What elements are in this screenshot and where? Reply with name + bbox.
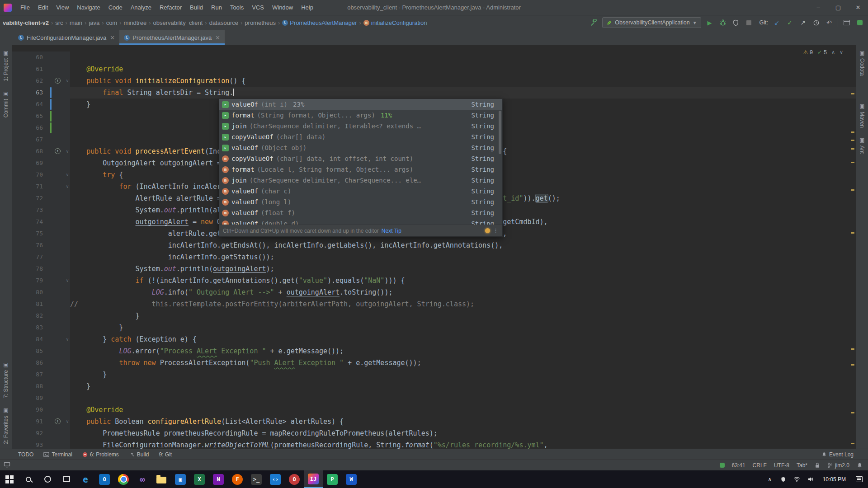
setup-wrench-icon[interactable] — [589, 18, 598, 27]
indent-widget[interactable]: Tab* — [797, 462, 807, 469]
completion-item-valueof-0[interactable]: ▸valueOf(int i)23%String — [219, 99, 502, 110]
hide-windows-icon[interactable] — [842, 18, 851, 27]
tool-button-event-log[interactable]: Event Log — [821, 451, 854, 458]
completion-item-valueof-11[interactable]: mvalueOf(double d)String — [219, 218, 502, 225]
tool-button-terminal[interactable]: Terminal — [43, 451, 72, 458]
warning-stripe-mark[interactable] — [851, 412, 854, 413]
tool-window-button-1-project[interactable]: ▣1: Project — [3, 45, 9, 86]
taskbar-app-file-explorer-icon[interactable] — [152, 470, 171, 488]
completion-item-format-1[interactable]: ▸format(String format, Object... args)11… — [219, 110, 502, 121]
breadcrumb-item-mindtree[interactable]: mindtree — [124, 19, 147, 26]
coverage-button[interactable] — [731, 18, 741, 27]
warning-stripe-mark[interactable] — [851, 148, 854, 150]
action-center-icon[interactable] — [856, 476, 863, 482]
taskbar-app-word-icon[interactable]: W — [342, 470, 361, 488]
codota-status-icon[interactable] — [720, 463, 725, 468]
tool-button-9-git[interactable]: 9: Git — [159, 451, 172, 458]
warning-stripe-mark[interactable] — [851, 189, 854, 191]
error-stripe[interactable] — [849, 45, 856, 449]
network-wifi-icon[interactable] — [791, 476, 803, 482]
search-icon[interactable] — [19, 470, 38, 488]
task-view-icon[interactable] — [57, 470, 76, 488]
breadcrumb-item-vability-client-v2[interactable]: vability-client-v2 — [3, 19, 49, 26]
warning-stripe-mark[interactable] — [851, 232, 854, 234]
tab-prometheusalertmanager-java[interactable]: CPrometheusAlertManager.java✕ — [119, 30, 225, 45]
next-tip-link[interactable]: Next Tip — [382, 228, 401, 234]
tool-window-switcher-icon[interactable] — [4, 461, 10, 469]
menu-item-analyze[interactable]: Analyze — [127, 0, 156, 15]
caret-position-widget[interactable]: 63:41 — [732, 462, 745, 469]
tool-window-button-2-favorites[interactable]: ▣2: Favorites — [3, 403, 9, 449]
popup-scrollbar-thumb[interactable] — [499, 111, 501, 154]
rollback-button[interactable]: ↶ — [825, 18, 834, 27]
completion-item-valueof-8[interactable]: mvalueOf(char c)String — [219, 186, 502, 197]
tool-window-button-commit[interactable]: ▣Commit — [3, 86, 9, 122]
menu-item-file[interactable]: File — [16, 0, 34, 15]
git-branch-widget[interactable]: jim2.0 — [827, 462, 849, 469]
warning-stripe-mark[interactable] — [851, 348, 854, 350]
taskbar-app-intellij-idea-icon[interactable]: IJ — [304, 470, 323, 488]
breadcrumb-item-src[interactable]: src — [55, 19, 63, 26]
breadcrumb-item-com[interactable]: com — [106, 19, 118, 26]
completion-item-join-2[interactable]: ▸join(CharSequence delimiter, Iterable<?… — [219, 121, 502, 131]
breadcrumb-item-main[interactable]: main — [70, 19, 82, 26]
breadcrumb-item-prometheusalertmanager[interactable]: CPrometheusAlertManager — [282, 19, 357, 26]
notifications-bell-icon[interactable] — [857, 462, 863, 468]
override-method-icon[interactable]: ↑ — [55, 148, 61, 154]
override-method-icon[interactable]: ↑ — [55, 418, 61, 424]
taskbar-app-photos-icon[interactable]: ▣ — [171, 470, 190, 488]
tool-window-button-ant[interactable]: ▣Ant — [859, 132, 865, 158]
tool-button-todo[interactable]: TODO — [18, 451, 33, 458]
completion-item-format-6[interactable]: mformat(Locale l, String format, Object.… — [219, 164, 502, 175]
warning-stripe-mark[interactable] — [851, 131, 854, 133]
tool-window-button-codota[interactable]: ▣Codota — [859, 45, 865, 80]
taskbar-app-chrome-icon[interactable] — [114, 470, 133, 488]
menu-item-run[interactable]: Run — [207, 0, 226, 15]
warning-stripe-mark[interactable] — [851, 443, 854, 444]
fold-chevron-icon[interactable]: ∨ — [66, 275, 69, 286]
stop-button[interactable] — [745, 18, 754, 27]
taskbar-app-outlook-icon[interactable]: O — [95, 470, 114, 488]
breadcrumb-item-prometheus[interactable]: prometheus — [245, 19, 276, 26]
menu-item-navigate[interactable]: Navigate — [73, 0, 104, 15]
completion-item-copyvalueof-3[interactable]: ▸copyValueOf(char[] data)String — [219, 131, 502, 142]
fold-chevron-icon[interactable]: ∨ — [66, 416, 69, 427]
inspections-widget[interactable]: ⚠ 9 ✓ 5 ∧ ∨ — [803, 49, 843, 56]
tool-window-button-7-structure[interactable]: ▣7: Structure — [3, 357, 9, 403]
breadcrumb-item-observability-client[interactable]: observability_client — [153, 19, 203, 26]
start-button[interactable] — [0, 470, 19, 488]
breadcrumb-item-initializeconfiguration[interactable]: minitializeConfiguration — [363, 19, 427, 26]
fold-chevron-icon[interactable]: ∨ — [66, 145, 69, 157]
taskbar-clock[interactable]: 10:05 PM — [818, 476, 850, 483]
breadcrumb-item-java[interactable]: java — [89, 19, 99, 26]
tab-close-icon[interactable]: ✕ — [215, 34, 220, 41]
defender-shield-icon[interactable] — [778, 476, 789, 483]
menu-item-refactor[interactable]: Refactor — [156, 0, 186, 15]
readonly-lock-icon[interactable] — [815, 462, 820, 468]
taskbar-app-firefox-icon[interactable]: F — [228, 470, 247, 488]
override-method-icon[interactable]: ↑ — [55, 78, 61, 84]
tab-close-icon[interactable]: ✕ — [110, 34, 115, 41]
run-button[interactable]: ▶ — [705, 18, 714, 27]
taskbar-app-visual-studio-icon[interactable]: ∞ — [133, 470, 152, 488]
menu-item-edit[interactable]: Edit — [34, 0, 52, 15]
cortana-icon[interactable] — [38, 470, 57, 488]
taskbar-app-excel-icon[interactable]: X — [190, 470, 209, 488]
fold-chevron-icon[interactable]: ∨ — [66, 75, 69, 87]
debug-button[interactable] — [718, 18, 727, 27]
warning-stripe-mark[interactable] — [851, 364, 854, 366]
taskbar-app-edge-icon[interactable]: e — [76, 470, 95, 488]
maximize-button[interactable]: ▢ — [828, 0, 848, 15]
menu-item-help[interactable]: Help — [297, 0, 317, 15]
completion-item-valueof-10[interactable]: mvalueOf(float f)String — [219, 207, 502, 218]
menu-item-vcs[interactable]: VCS — [248, 0, 268, 15]
menu-item-view[interactable]: View — [52, 0, 73, 15]
menu-item-window[interactable]: Window — [268, 0, 297, 15]
warning-stripe-mark[interactable] — [851, 93, 854, 94]
lightbulb-icon[interactable] — [485, 228, 490, 233]
prev-issue-chevron-icon[interactable]: ∧ — [831, 49, 835, 55]
taskbar-app-terminal-app-icon[interactable]: >_ — [247, 470, 266, 488]
encoding-widget[interactable]: UTF-8 — [774, 462, 789, 469]
tool-button-6-problems[interactable]: 6: Problems — [82, 451, 119, 458]
more-options-icon[interactable]: ⋮ — [493, 227, 499, 234]
